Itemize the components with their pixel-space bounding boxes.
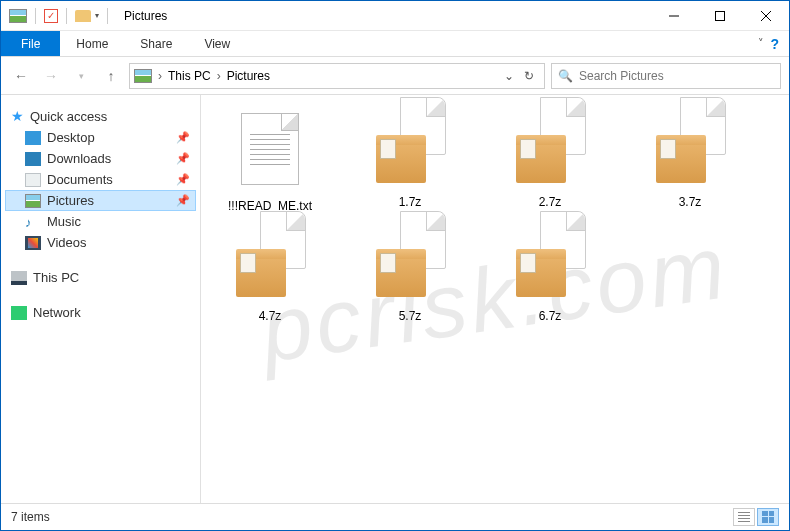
breadcrumb-current[interactable]: Pictures [227, 69, 270, 83]
titlebar: ✓ ▾ Pictures [1, 1, 789, 31]
tab-share[interactable]: Share [124, 31, 188, 56]
tab-home[interactable]: Home [60, 31, 124, 56]
file-name: 3.7z [635, 195, 745, 209]
maximize-button[interactable] [697, 1, 743, 31]
sidebar-quick-access[interactable]: ★ Quick access [5, 105, 196, 127]
pin-icon: 📌 [176, 131, 190, 144]
sidebar-item-label: Videos [47, 235, 87, 250]
file-item[interactable]: 1.7z [355, 109, 465, 213]
archive-file-icon [230, 223, 310, 303]
file-name: 4.7z [215, 309, 325, 323]
network-label: Network [33, 305, 81, 320]
sidebar-this-pc[interactable]: This PC [5, 267, 196, 288]
file-item[interactable]: 5.7z [355, 223, 465, 323]
forward-button[interactable]: → [39, 64, 63, 88]
music-icon: ♪ [25, 215, 41, 229]
minimize-button[interactable] [651, 1, 697, 31]
file-item[interactable]: !!!READ_ME.txt [215, 109, 325, 213]
search-icon: 🔍 [558, 69, 573, 83]
downloads-icon [25, 152, 41, 166]
sidebar-item-label: Desktop [47, 130, 95, 145]
star-icon: ★ [11, 108, 24, 124]
chevron-right-icon[interactable]: › [158, 69, 162, 83]
sidebar-item-label: Documents [47, 172, 113, 187]
folder-type-icon [9, 9, 27, 23]
pin-icon: 📌 [176, 152, 190, 165]
quick-access-toolbar: ✓ ▾ Pictures [1, 8, 167, 24]
ribbon-expand-icon[interactable]: ˅ [758, 37, 764, 50]
sidebar-item-downloads[interactable]: Downloads📌 [5, 148, 196, 169]
quick-access-label: Quick access [30, 109, 107, 124]
window-title: Pictures [124, 9, 167, 23]
network-icon [11, 306, 27, 320]
pin-icon: 📌 [176, 173, 190, 186]
chevron-right-icon[interactable]: › [217, 69, 221, 83]
qat-dropdown-icon[interactable]: ▾ [95, 11, 99, 20]
address-bar[interactable]: › This PC › Pictures ⌄ ↻ [129, 63, 545, 89]
file-name: 1.7z [355, 195, 465, 209]
file-item[interactable]: 2.7z [495, 109, 605, 213]
thumbnails-view-button[interactable] [757, 508, 779, 526]
file-item[interactable]: 3.7z [635, 109, 745, 213]
sidebar-item-desktop[interactable]: Desktop📌 [5, 127, 196, 148]
archive-file-icon [510, 109, 590, 189]
sidebar-item-videos[interactable]: Videos [5, 232, 196, 253]
file-grid[interactable]: pcrisk.com !!!READ_ME.txt1.7z2.7z3.7z4.7… [201, 95, 789, 503]
sidebar-item-pictures[interactable]: Pictures📌 [5, 190, 196, 211]
file-name: 5.7z [355, 309, 465, 323]
properties-icon[interactable]: ✓ [44, 9, 58, 23]
main-area: ★ Quick access Desktop📌Downloads📌Documen… [1, 95, 789, 503]
close-icon [761, 11, 771, 21]
separator [35, 8, 36, 24]
item-count: 7 items [11, 510, 50, 524]
details-icon [738, 512, 750, 522]
sidebar-item-label: Music [47, 214, 81, 229]
separator [107, 8, 108, 24]
navigation-pane: ★ Quick access Desktop📌Downloads📌Documen… [1, 95, 201, 503]
svg-rect-1 [716, 11, 725, 20]
status-bar: 7 items [1, 503, 789, 529]
sidebar-item-label: Downloads [47, 151, 111, 166]
refresh-icon[interactable]: ↻ [524, 69, 534, 83]
file-name: 6.7z [495, 309, 605, 323]
archive-file-icon [370, 109, 450, 189]
back-button[interactable]: ← [9, 64, 33, 88]
search-placeholder: Search Pictures [579, 69, 664, 83]
help-icon[interactable]: ? [770, 36, 779, 52]
file-name: 2.7z [495, 195, 605, 209]
pin-icon: 📌 [176, 194, 190, 207]
location-icon [134, 69, 152, 83]
file-item[interactable]: 4.7z [215, 223, 325, 323]
breadcrumb-root[interactable]: This PC [168, 69, 211, 83]
file-tab[interactable]: File [1, 31, 60, 56]
sidebar-item-documents[interactable]: Documents📌 [5, 169, 196, 190]
search-input[interactable]: 🔍 Search Pictures [551, 63, 781, 89]
close-button[interactable] [743, 1, 789, 31]
details-view-button[interactable] [733, 508, 755, 526]
sidebar-item-music[interactable]: ♪Music [5, 211, 196, 232]
sidebar-item-label: Pictures [47, 193, 94, 208]
navigation-bar: ← → ▾ ↑ › This PC › Pictures ⌄ ↻ 🔍 Searc… [1, 57, 789, 95]
tab-view[interactable]: View [188, 31, 246, 56]
videos-icon [25, 236, 41, 250]
minimize-icon [669, 11, 679, 21]
text-file-icon [230, 113, 310, 193]
up-button[interactable]: ↑ [99, 64, 123, 88]
this-pc-label: This PC [33, 270, 79, 285]
archive-file-icon [650, 109, 730, 189]
file-item[interactable]: 6.7z [495, 223, 605, 323]
pc-icon [11, 271, 27, 285]
desktop-icon [25, 131, 41, 145]
thumbnails-icon [762, 511, 774, 523]
sidebar-network[interactable]: Network [5, 302, 196, 323]
new-folder-icon[interactable] [75, 10, 91, 22]
documents-icon [25, 173, 41, 187]
maximize-icon [715, 11, 725, 21]
ribbon: File Home Share View ˅ ? [1, 31, 789, 57]
recent-dropdown-icon[interactable]: ▾ [69, 64, 93, 88]
pictures-icon [25, 194, 41, 208]
address-dropdown-icon[interactable]: ⌄ [504, 69, 514, 83]
archive-file-icon [370, 223, 450, 303]
archive-file-icon [510, 223, 590, 303]
separator [66, 8, 67, 24]
